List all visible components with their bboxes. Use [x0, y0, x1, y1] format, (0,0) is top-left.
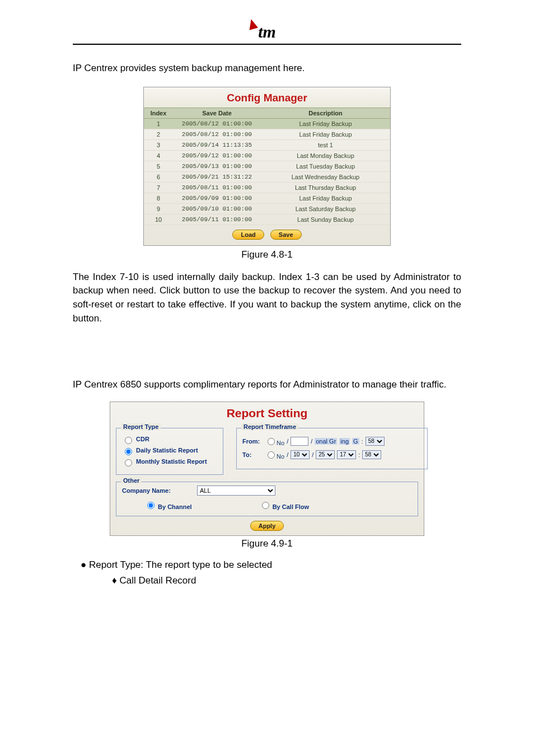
load-button[interactable]: Load	[232, 230, 264, 240]
table-row[interactable]: 10 2005/09/11 01:00:00 Last Sunday Backu…	[144, 214, 390, 225]
report-title: Report Setting	[110, 402, 424, 426]
legend-report-type: Report Type	[121, 423, 161, 430]
table-row[interactable]: 8 2005/09/09 01:00:00 Last Friday Backup	[144, 193, 390, 204]
from-field-1[interactable]	[291, 437, 308, 446]
table-row[interactable]: 7 2005/08/11 01:00:00 Last Thursday Back…	[144, 183, 390, 193]
to-day-select[interactable]: 25	[316, 450, 335, 459]
radio-daily[interactable]	[125, 448, 132, 455]
report-setting-figure: Report Setting Report Type CDR Daily Sta…	[110, 402, 424, 536]
fragment-g: G	[352, 438, 359, 445]
config-title: Config Manager	[144, 87, 390, 108]
by-callflow-option[interactable]: By Call Flow	[259, 500, 309, 510]
table-row[interactable]: 1 2005/08/12 01:00:00 Last Friday Backup	[144, 119, 390, 129]
to-month-select[interactable]: 10	[291, 450, 310, 459]
col-index: Index	[144, 108, 173, 118]
save-button[interactable]: Save	[270, 230, 302, 240]
config-manager-figure: Config Manager Index Save Date Descripti…	[143, 87, 391, 246]
col-description: Description	[261, 108, 390, 118]
to-no[interactable]: No	[265, 450, 284, 460]
by-channel-option[interactable]: By Channel	[144, 500, 192, 510]
opt-monthly[interactable]: Monthly Statistic Report	[122, 458, 217, 466]
figure-4-8-1-caption: Figure 4.8-1	[73, 249, 461, 260]
apply-button[interactable]: Apply	[250, 521, 284, 531]
opt-cdr[interactable]: CDR	[122, 435, 217, 444]
fragment-onal-gr: onal Gr	[315, 438, 337, 445]
legend-report-timeframe: Report Timeframe	[241, 423, 298, 430]
col-savedate: Save Date	[173, 108, 261, 118]
bullet-cdr: Call Detail Record	[112, 575, 461, 586]
radio-cdr[interactable]	[125, 437, 132, 444]
header-rule	[73, 44, 461, 45]
company-name-label: Company Name:	[122, 487, 189, 494]
bullet-report-type: Report Type: The report type to be selec…	[81, 559, 461, 571]
para-4-8-explain: The Index 7-10 is used internally daily …	[73, 270, 461, 326]
to-label: To:	[242, 451, 263, 458]
figure-4-9-1-caption: Figure 4.9-1	[73, 538, 461, 549]
config-table-body: 1 2005/08/12 01:00:00 Last Friday Backup…	[144, 119, 390, 225]
table-row[interactable]: 9 2005/09/10 01:00:00 Last Saturday Back…	[144, 204, 390, 214]
to-minute-select[interactable]: 58	[362, 450, 381, 459]
from-label: From:	[242, 438, 263, 445]
from-no[interactable]: No	[265, 436, 284, 446]
logo-arrow-icon	[247, 18, 258, 30]
header-logo: tm	[73, 22, 461, 41]
table-row[interactable]: 2 2005/08/12 01:00:00 Last Friday Backup	[144, 129, 390, 140]
fragment-ing: ing	[339, 438, 350, 445]
intro-4-8: IP Centrex provides system backup manage…	[73, 62, 461, 76]
fieldset-report-type: Report Type CDR Daily Statistic Report M…	[116, 428, 223, 475]
config-table-header: Index Save Date Description	[144, 108, 390, 119]
company-name-select[interactable]: ALL	[197, 486, 275, 496]
table-row[interactable]: 6 2005/09/21 15:31:22 Last Wednesday Bac…	[144, 172, 390, 183]
fieldset-report-timeframe: Report Timeframe From: No / / onal Gr in…	[236, 428, 428, 469]
table-row[interactable]: 4 2005/09/12 01:00:00 Last Monday Backup	[144, 151, 390, 161]
legend-other: Other	[121, 477, 142, 484]
intro-4-9: IP Centrex 6850 supports complimentary r…	[73, 378, 461, 392]
opt-daily[interactable]: Daily Statistic Report	[122, 446, 217, 455]
radio-monthly[interactable]	[125, 459, 132, 466]
logo-text: tm	[258, 22, 276, 41]
bullet-cdr-text: Call Detail Record	[119, 575, 196, 586]
table-row[interactable]: 3 2005/09/14 11:13:35 test 1	[144, 140, 390, 151]
to-hour-select[interactable]: 17	[337, 450, 356, 459]
fieldset-other: Other Company Name: ALL By Channel By Ca…	[116, 482, 418, 516]
from-minute-select[interactable]: 58	[366, 437, 385, 446]
table-row[interactable]: 5 2005/09/13 01:00:00 Last Tuesday Backu…	[144, 161, 390, 172]
